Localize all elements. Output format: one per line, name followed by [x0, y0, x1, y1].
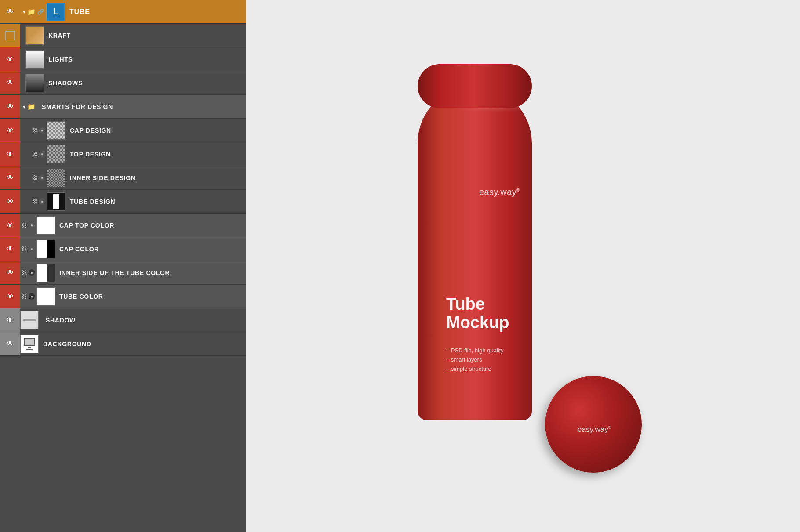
layer-row-kraft[interactable]: KRAFT [0, 24, 246, 47]
layer-thumbnail-tube-color [36, 287, 55, 306]
layer-row-background[interactable]: 👁 BACKGROUND [0, 332, 246, 356]
tube-body: easy.way® Tube Mockup – PSD file, high q… [418, 86, 532, 420]
monitor-screen [24, 338, 35, 346]
layer-thumbnail-cap-color [36, 240, 55, 258]
extra-icons-cap-design: ⛓ ● [31, 127, 47, 134]
layer-row-cap-top-color[interactable]: 👁 ⛓ ● CAP TOP COLOR [0, 214, 246, 237]
layer-label-inner-side-design: INNER SIDE DESIGN [65, 174, 136, 181]
eye-toggle-tube-design[interactable]: 👁 [0, 190, 20, 213]
extra-icons-top-design: ⛓ ● [31, 151, 47, 157]
folder-icon: 📁 [27, 8, 36, 16]
eye-toggle-shadow[interactable]: 👁 [0, 308, 20, 332]
layer-thumbnail-shadows [25, 74, 44, 92]
dot-icon-cap-top-color: ● [29, 222, 35, 228]
eye-toggle-smarts[interactable]: 👁 [0, 95, 20, 118]
layers-panel: 👁 ▾ 📁 🔗 L TUBE KRAFT 👁 LIGHTS [0, 0, 246, 532]
link-icon: 🔗 [37, 9, 44, 15]
eye-toggle-inner-side-design[interactable]: 👁 [0, 166, 20, 189]
tube-brand-text: easy.way [479, 187, 516, 197]
layer-row-shadows[interactable]: 👁 SHADOWS [0, 71, 246, 95]
eye-toggle-shadows[interactable]: 👁 [0, 71, 20, 94]
layer-label-kraft: KRAFT [44, 32, 71, 39]
layer-label-shadows: SHADOWS [44, 80, 83, 87]
extra-icons-cap-top-color: ⛓ ● [20, 222, 36, 228]
link-icon-cap-color: ⛓ [22, 246, 27, 252]
link-icon-tube-color: ⛓ [22, 293, 27, 300]
tube-brand: easy.way® [479, 187, 520, 197]
eye-icon-smarts: 👁 [7, 103, 14, 111]
eye-icon-shadows: 👁 [7, 79, 14, 87]
eye-toggle-lights[interactable]: 👁 [0, 47, 20, 71]
layer-thumbnail-inner-side-tube-color [36, 264, 55, 282]
dot-icon-top-design: ● [39, 151, 45, 157]
layer-thumbnail-kraft [25, 26, 44, 45]
layer-icons-tube: ▾ 📁 🔗 [20, 8, 47, 16]
cap-fallen: easy.way® [545, 376, 642, 473]
layer-row-tube-design[interactable]: 👁 ⛓ ● TUBE DESIGN [0, 190, 246, 214]
link-icon-cap-design: ⛓ [33, 127, 38, 134]
layer-label-top-design: TOP DESIGN [65, 151, 111, 158]
layer-label-shadow: SHADOW [39, 317, 76, 324]
layer-row-inner-side-tube-color[interactable]: 👁 ⛓ ● INNER SIDE OF THE TUBE COLOR [0, 261, 246, 285]
layer-row-shadow[interactable]: 👁 SHADOW [0, 308, 246, 332]
eye-toggle-cap-color[interactable]: 👁 [0, 237, 20, 261]
tube-top-cap [418, 64, 532, 108]
layer-row-tube-color[interactable]: 👁 ⛓ ● TUBE COLOR [0, 285, 246, 308]
checkbox-kraft[interactable] [5, 31, 15, 40]
eye-icon-top-design: 👁 [7, 150, 14, 158]
eye-toggle-tube-color[interactable]: 👁 [0, 285, 20, 308]
preview-panel: easy.way® Tube Mockup – PSD file, high q… [246, 0, 800, 532]
eye-icon-inner-side-design: 👁 [7, 174, 14, 182]
cap-brand-sup: ® [608, 425, 611, 430]
extra-icons-tube-color: ⛓ ● [20, 293, 36, 300]
eye-toggle-inner-side-tube-color[interactable]: 👁 [0, 261, 20, 284]
extra-icons-cap-color: ⛓ ● [20, 246, 36, 252]
layer-thumbnail-tube-design [47, 192, 65, 211]
dot-icon-cap-color: ● [29, 246, 35, 252]
monitor-graphic [21, 335, 38, 353]
eye-toggle-top-design[interactable]: 👁 [0, 142, 20, 166]
eye-toggle-cap-top-color[interactable]: 👁 [0, 214, 20, 237]
layer-label-cap-top-color: CAP TOP COLOR [55, 222, 114, 229]
eye-icon-cap-design: 👁 [7, 127, 14, 134]
layer-row-cap-design[interactable]: 👁 ⛓ ● CAP DESIGN [0, 119, 246, 142]
mockup-container: easy.way® Tube Mockup – PSD file, high q… [396, 51, 651, 481]
eye-icon-cap-color: 👁 [7, 245, 14, 253]
extra-icons-inner-side-design: ⛓ ● [31, 174, 47, 181]
eye-toggle-background[interactable]: 👁 [0, 332, 20, 355]
eye-icon-inner-side-tube-color: 👁 [7, 269, 14, 277]
folder-icon-smarts: 📁 [27, 103, 36, 111]
extra-icons-tube-design: ⛓ ● [31, 198, 47, 205]
layer-thumbnail-lights [25, 50, 44, 69]
chevron-icon: ▾ [23, 9, 25, 15]
link-icon-cap-top-color: ⛓ [22, 222, 27, 228]
dot-icon-inner-side-design: ● [39, 174, 45, 181]
layer-thumbnail-cap-design [47, 121, 65, 140]
tube-subtitle: – PSD file, high quality – smart layers … [446, 346, 504, 373]
layer-row-top-design[interactable]: 👁 ⛓ ● TOP DESIGN [0, 142, 246, 166]
layer-label-cap-design: CAP DESIGN [65, 127, 111, 134]
link-icon-inner-side-tube-color: ⛓ [22, 270, 27, 276]
layer-label-background: BACKGROUND [39, 340, 91, 347]
layer-thumbnail-tube: L [47, 3, 65, 21]
layer-label-cap-color: CAP COLOR [55, 246, 99, 253]
eye-toggle-tube[interactable]: 👁 [0, 0, 20, 23]
layer-label-tube-color: TUBE COLOR [55, 293, 103, 300]
layer-row-inner-side-design[interactable]: 👁 ⛓ ● INNER SIDE DESIGN [0, 166, 246, 190]
tube-feature-2: – smart layers [446, 355, 504, 365]
link-icon-tube-design: ⛓ [33, 199, 38, 205]
smart-badge-l: L [53, 7, 58, 17]
eye-icon-cap-top-color: 👁 [7, 221, 14, 229]
eye-toggle-cap-design[interactable]: 👁 [0, 119, 20, 142]
layer-row-tube[interactable]: 👁 ▾ 📁 🔗 L TUBE [0, 0, 246, 24]
layer-row-cap-color[interactable]: 👁 ⛓ ● CAP COLOR [0, 237, 246, 261]
dot-icon-inner-side-tube-color: ● [29, 269, 35, 276]
layer-label-inner-side-tube-color: INNER SIDE OF THE TUBE COLOR [55, 269, 170, 276]
eye-toggle-kraft[interactable] [0, 24, 20, 47]
tube-feature-1: – PSD file, high quality [446, 346, 504, 355]
dot-icon-cap-design: ● [39, 127, 45, 134]
tube-title-line2: Mockup [446, 314, 509, 332]
dot-icon-tube-color: ● [29, 293, 35, 300]
layer-row-lights[interactable]: 👁 LIGHTS [0, 47, 246, 71]
layer-row-smarts[interactable]: 👁 ▾ 📁 SMARTS FOR DESIGN [0, 95, 246, 119]
